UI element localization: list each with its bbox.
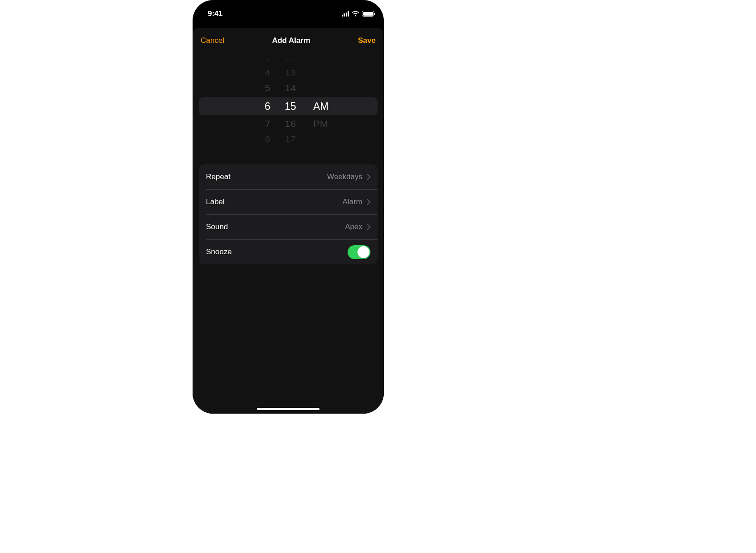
hour-option: 7 (265, 120, 270, 129)
minute-option: 14 (278, 84, 302, 93)
minute-option: 12 (278, 58, 302, 62)
minute-option: 16 (278, 120, 302, 129)
label-label: Label (206, 197, 343, 206)
sheet-header: Cancel Add Alarm Save (193, 28, 384, 53)
ampm-wheel[interactable]: AM PM (302, 56, 378, 156)
label-value: Alarm (343, 197, 362, 206)
minute-option: 13 (278, 69, 302, 77)
status-bar: 9:41 (193, 0, 384, 21)
chevron-right-icon (367, 224, 370, 230)
iphone-frame: 9:41 Cancel Add Alarm Save (193, 0, 384, 414)
toggle-knob (357, 246, 370, 258)
alarm-settings-list: Repeat Weekdays Label Alarm Sound Apex (199, 164, 378, 264)
hour-wheel[interactable]: 3 4 5 6 7 8 9 (198, 56, 278, 156)
hour-option: 9 (265, 151, 270, 154)
status-indicators (342, 11, 374, 17)
minute-option: 18 (278, 151, 302, 154)
sound-label: Sound (206, 222, 345, 231)
add-alarm-sheet: Cancel Add Alarm Save 3 4 5 6 7 8 9 12 1… (193, 28, 384, 414)
status-time: 9:41 (208, 9, 223, 18)
snooze-row: Snooze (199, 239, 378, 264)
hour-option: 8 (265, 135, 270, 143)
hour-selected: 6 (265, 101, 270, 112)
minute-selected: 15 (278, 101, 302, 112)
hour-option: 3 (265, 58, 270, 62)
hour-option: 4 (265, 69, 270, 77)
repeat-value: Weekdays (327, 172, 362, 181)
repeat-row[interactable]: Repeat Weekdays (199, 164, 378, 189)
sound-value: Apex (345, 222, 362, 231)
ampm-selected: AM (313, 101, 378, 112)
battery-icon (362, 11, 374, 17)
cellular-icon (342, 11, 349, 17)
chevron-right-icon (367, 174, 370, 180)
home-indicator[interactable] (257, 408, 319, 410)
sheet-title: Add Alarm (272, 36, 310, 45)
minute-wheel[interactable]: 12 13 14 15 16 17 18 (278, 56, 302, 156)
save-button[interactable]: Save (358, 36, 376, 45)
time-picker[interactable]: 3 4 5 6 7 8 9 12 13 14 15 16 17 18 (193, 56, 384, 156)
repeat-label: Repeat (206, 172, 327, 181)
chevron-right-icon (367, 199, 370, 205)
ampm-option: PM (313, 120, 378, 129)
minute-option: 17 (278, 135, 302, 143)
snooze-toggle[interactable] (348, 245, 370, 259)
cancel-button[interactable]: Cancel (201, 36, 224, 45)
hour-option: 5 (265, 84, 270, 93)
snooze-label: Snooze (206, 247, 348, 256)
wifi-icon (352, 11, 359, 17)
label-row[interactable]: Label Alarm (199, 189, 378, 214)
sound-row[interactable]: Sound Apex (199, 214, 378, 239)
